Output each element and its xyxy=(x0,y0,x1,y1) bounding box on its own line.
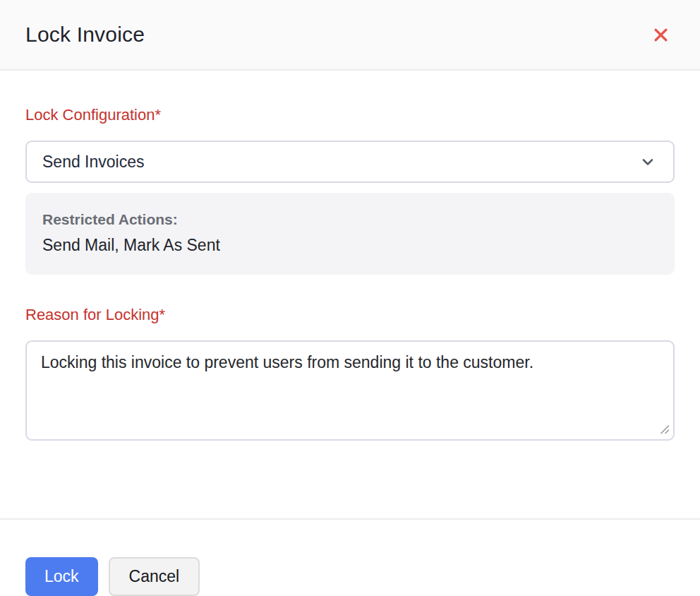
close-icon xyxy=(651,25,670,44)
chevron-down-icon xyxy=(639,153,656,170)
reason-textarea-wrap: Locking this invoice to prevent users fr… xyxy=(25,340,675,441)
lock-button[interactable]: Lock xyxy=(25,557,98,596)
lock-configuration-select[interactable]: Send Invoices xyxy=(25,141,675,183)
cancel-button[interactable]: Cancel xyxy=(109,557,200,596)
lock-invoice-modal: Lock Invoice Lock Configuration* Send In… xyxy=(0,0,700,596)
restricted-actions-label: Restricted Actions: xyxy=(42,211,658,228)
close-button[interactable] xyxy=(647,21,675,49)
modal-body: Lock Configuration* Send Invoices Restri… xyxy=(0,71,700,469)
restricted-actions-box: Restricted Actions: Send Mail, Mark As S… xyxy=(25,193,675,275)
modal-title: Lock Invoice xyxy=(25,23,145,47)
modal-header: Lock Invoice xyxy=(0,0,700,71)
reason-for-locking-label: Reason for Locking* xyxy=(25,306,675,324)
selected-option-text: Send Invoices xyxy=(42,153,144,172)
modal-footer: Lock Cancel xyxy=(0,520,700,596)
reason-textarea[interactable]: Locking this invoice to prevent users fr… xyxy=(25,340,675,441)
restricted-actions-value: Send Mail, Mark As Sent xyxy=(42,236,658,255)
lock-configuration-label: Lock Configuration* xyxy=(25,106,675,124)
